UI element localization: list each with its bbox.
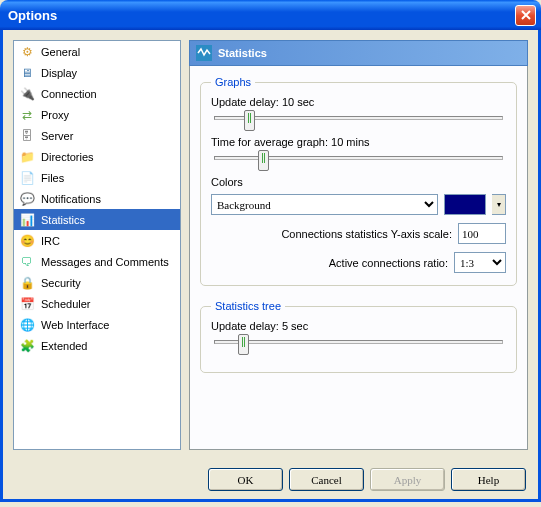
sidebar-item-label: IRC bbox=[41, 235, 60, 247]
panel-header: Statistics bbox=[189, 40, 528, 66]
color-swatch[interactable] bbox=[444, 194, 486, 215]
sidebar-item-web-interface[interactable]: 🌐Web Interface bbox=[14, 314, 180, 335]
ratio-select[interactable]: 1:3 bbox=[454, 252, 506, 273]
window-title: Options bbox=[5, 8, 515, 23]
yaxis-row: Connections statistics Y-axis scale: bbox=[211, 223, 506, 244]
update-delay-slider[interactable] bbox=[214, 116, 503, 120]
apply-button: Apply bbox=[370, 468, 445, 491]
extended-icon: 🧩 bbox=[19, 338, 35, 354]
irc-icon: 😊 bbox=[19, 233, 35, 249]
display-icon: 🖥 bbox=[19, 65, 35, 81]
general-icon: ⚙ bbox=[19, 44, 35, 60]
statistics-icon: 📊 bbox=[19, 212, 35, 228]
yaxis-label: Connections statistics Y-axis scale: bbox=[281, 228, 452, 240]
stats-tree-legend: Statistics tree bbox=[211, 300, 285, 312]
close-icon bbox=[521, 10, 531, 20]
title-bar: Options bbox=[0, 0, 541, 30]
panel-content: Graphs Update delay: 10 sec Time for ave… bbox=[189, 66, 528, 450]
category-sidebar: ⚙General🖥Display🔌Connection⇄Proxy🗄Server… bbox=[13, 40, 181, 450]
sidebar-item-label: Security bbox=[41, 277, 81, 289]
main-panel: Statistics Graphs Update delay: 10 sec T… bbox=[189, 40, 528, 450]
color-dropdown-button[interactable]: ▾ bbox=[492, 194, 506, 215]
proxy-icon: ⇄ bbox=[19, 107, 35, 123]
sidebar-item-security[interactable]: 🔒Security bbox=[14, 272, 180, 293]
files-icon: 📄 bbox=[19, 170, 35, 186]
sidebar-item-label: Extended bbox=[41, 340, 87, 352]
slider-thumb[interactable] bbox=[244, 110, 255, 131]
sidebar-item-directories[interactable]: 📁Directories bbox=[14, 146, 180, 167]
sidebar-item-label: Messages and Comments bbox=[41, 256, 169, 268]
sidebar-item-irc[interactable]: 😊IRC bbox=[14, 230, 180, 251]
sidebar-item-label: Files bbox=[41, 172, 64, 184]
sidebar-item-proxy[interactable]: ⇄Proxy bbox=[14, 104, 180, 125]
sidebar-item-label: Scheduler bbox=[41, 298, 91, 310]
dialog-body: ⚙General🖥Display🔌Connection⇄Proxy🗄Server… bbox=[0, 30, 541, 460]
sidebar-item-label: Connection bbox=[41, 88, 97, 100]
close-button[interactable] bbox=[515, 5, 536, 26]
ratio-label: Active connections ratio: bbox=[329, 257, 448, 269]
sidebar-item-display[interactable]: 🖥Display bbox=[14, 62, 180, 83]
sidebar-item-notifications[interactable]: 💬Notifications bbox=[14, 188, 180, 209]
sidebar-item-label: General bbox=[41, 46, 80, 58]
sidebar-item-messages-and-comments[interactable]: 🗨Messages and Comments bbox=[14, 251, 180, 272]
directories-icon: 📁 bbox=[19, 149, 35, 165]
sidebar-item-label: Display bbox=[41, 67, 77, 79]
scheduler-icon: 📅 bbox=[19, 296, 35, 312]
notifications-icon: 💬 bbox=[19, 191, 35, 207]
tree-update-delay-slider[interactable] bbox=[214, 340, 503, 344]
sidebar-item-label: Proxy bbox=[41, 109, 69, 121]
ok-button[interactable]: OK bbox=[208, 468, 283, 491]
web-interface-icon: 🌐 bbox=[19, 317, 35, 333]
color-target-select[interactable]: Background bbox=[211, 194, 438, 215]
tree-update-delay-label: Update delay: 5 sec bbox=[211, 320, 506, 332]
sidebar-item-label: Notifications bbox=[41, 193, 101, 205]
ratio-row: Active connections ratio: 1:3 bbox=[211, 252, 506, 273]
update-delay-label: Update delay: 10 sec bbox=[211, 96, 506, 108]
sidebar-item-label: Directories bbox=[41, 151, 94, 163]
statistics-icon bbox=[196, 45, 212, 61]
help-button[interactable]: Help bbox=[451, 468, 526, 491]
server-icon: 🗄 bbox=[19, 128, 35, 144]
sidebar-item-scheduler[interactable]: 📅Scheduler bbox=[14, 293, 180, 314]
panel-title: Statistics bbox=[218, 47, 267, 59]
sidebar-item-label: Statistics bbox=[41, 214, 85, 226]
avg-time-label: Time for average graph: 10 mins bbox=[211, 136, 506, 148]
sidebar-item-files[interactable]: 📄Files bbox=[14, 167, 180, 188]
avg-time-slider[interactable] bbox=[214, 156, 503, 160]
sidebar-item-general[interactable]: ⚙General bbox=[14, 41, 180, 62]
button-bar: OK Cancel Apply Help bbox=[0, 460, 541, 502]
graphs-legend: Graphs bbox=[211, 76, 255, 88]
sidebar-item-server[interactable]: 🗄Server bbox=[14, 125, 180, 146]
connection-icon: 🔌 bbox=[19, 86, 35, 102]
stats-tree-group: Statistics tree Update delay: 5 sec bbox=[200, 300, 517, 373]
sidebar-item-extended[interactable]: 🧩Extended bbox=[14, 335, 180, 356]
sidebar-item-statistics[interactable]: 📊Statistics bbox=[14, 209, 180, 230]
messages-and-comments-icon: 🗨 bbox=[19, 254, 35, 270]
yaxis-input[interactable] bbox=[458, 223, 506, 244]
security-icon: 🔒 bbox=[19, 275, 35, 291]
slider-thumb[interactable] bbox=[258, 150, 269, 171]
sidebar-item-connection[interactable]: 🔌Connection bbox=[14, 83, 180, 104]
sidebar-item-label: Web Interface bbox=[41, 319, 109, 331]
cancel-button[interactable]: Cancel bbox=[289, 468, 364, 491]
sidebar-item-label: Server bbox=[41, 130, 73, 142]
graphs-group: Graphs Update delay: 10 sec Time for ave… bbox=[200, 76, 517, 286]
slider-thumb[interactable] bbox=[238, 334, 249, 355]
colors-row: Background ▾ bbox=[211, 194, 506, 215]
colors-label: Colors bbox=[211, 176, 506, 188]
